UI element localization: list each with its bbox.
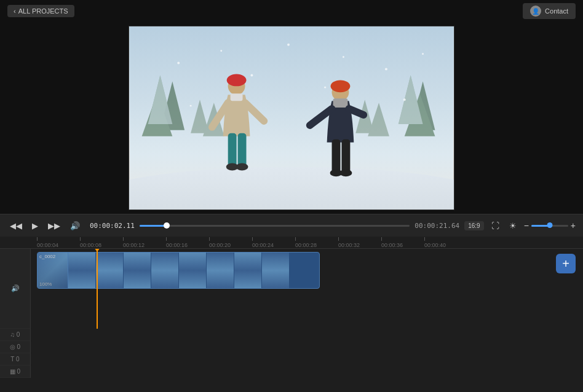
zoom-control: − + <box>524 221 576 230</box>
current-time: 00:00:02.11 <box>90 222 135 230</box>
clip-percent: 100% <box>39 281 52 287</box>
playhead[interactable] <box>97 249 98 329</box>
fullscreen-button[interactable]: ⛶ <box>489 220 502 232</box>
ruler-mark-4: 00:00:16 <box>166 237 209 248</box>
contact-avatar: 👤 <box>530 6 541 17</box>
svg-rect-20 <box>238 133 247 167</box>
contact-label: Contact <box>545 7 568 15</box>
thumb-3 <box>124 253 151 288</box>
svg-point-39 <box>324 87 326 88</box>
svg-point-32 <box>177 62 180 65</box>
chevron-left-icon: ‹ <box>14 7 16 15</box>
track-labels: 🔊 <box>0 249 31 329</box>
svg-point-33 <box>220 50 222 52</box>
skip-to-start-button[interactable]: ◀◀ <box>7 220 25 232</box>
svg-point-34 <box>250 74 253 76</box>
svg-point-37 <box>422 53 424 55</box>
contact-button[interactable]: 👤 Contact <box>523 3 576 19</box>
video-clip[interactable]: c_0002 100% <box>37 252 320 289</box>
add-track-button[interactable]: + <box>556 254 576 273</box>
preview-area <box>0 22 583 214</box>
track-area: c_0002 100% + <box>31 249 583 329</box>
text-track-label[interactable]: T 0 <box>0 353 30 366</box>
overlay-track-label[interactable]: ▦ 0 <box>0 366 30 378</box>
header: ‹ ALL PROJECTS 👤 Contact <box>0 0 583 22</box>
svg-point-22 <box>236 163 248 171</box>
sticker-icon: ◎ 0 <box>10 343 20 350</box>
text-icon: T 0 <box>10 356 19 363</box>
extra-track-labels: ♫ 0 ◎ 0 T 0 ▦ 0 <box>0 329 31 378</box>
speaker-icon: 🔊 <box>11 284 20 292</box>
transport-bar: ◀◀ ▶ ▶▶ 🔊 00:00:02.11 00:00:21.64 16:9 ⛶… <box>0 214 583 237</box>
video-frame <box>129 26 454 210</box>
preview-container <box>0 22 583 214</box>
zoom-in-button[interactable]: + <box>571 221 576 230</box>
svg-rect-29 <box>341 139 350 173</box>
video-scene <box>129 26 454 210</box>
ruler-mark-2: 00:00:08 <box>80 237 123 248</box>
timeline-tracks: 🔊 c_0002 100% <box>0 249 583 329</box>
thumb-1 <box>68 253 96 288</box>
brightness-button[interactable]: ☀ <box>507 220 519 232</box>
thumb-8 <box>262 253 290 288</box>
zoom-thumb <box>547 222 552 228</box>
volume-button[interactable]: 🔊 <box>68 220 82 232</box>
ruler-mark-9: 00:00:36 <box>381 237 424 248</box>
ruler-mark-1: 00:00:04 <box>37 237 80 248</box>
progress-thumb <box>164 222 170 229</box>
svg-point-41 <box>403 98 406 101</box>
track-label-video[interactable]: 🔊 <box>0 249 30 329</box>
thumb-6 <box>207 253 234 288</box>
svg-rect-25 <box>333 98 348 108</box>
zoom-bar[interactable] <box>531 225 568 227</box>
svg-point-1 <box>129 167 454 210</box>
progress-fill <box>140 225 167 227</box>
thumb-4 <box>151 253 179 288</box>
clip-label: c_0002 <box>39 254 55 259</box>
ruler-mark-5: 00:00:20 <box>209 237 252 248</box>
thumb-7 <box>234 253 262 288</box>
ruler-mark-6: 00:00:24 <box>252 237 295 248</box>
back-to-projects-button[interactable]: ‹ ALL PROJECTS <box>7 5 74 17</box>
music-track-label[interactable]: ♫ 0 <box>0 329 30 341</box>
svg-rect-16 <box>231 93 243 101</box>
sticker-track-label[interactable]: ◎ 0 <box>0 341 30 353</box>
svg-point-40 <box>190 105 192 107</box>
total-time: 00:00:21.64 <box>414 222 459 230</box>
extra-track-area <box>31 329 583 378</box>
timeline-ruler: 00:00:04 00:00:08 00:00:12 00:00:16 00:0… <box>0 237 583 249</box>
svg-point-31 <box>339 169 352 176</box>
ruler-mark-8: 00:00:32 <box>338 237 381 248</box>
thumb-2 <box>96 253 124 288</box>
svg-point-24 <box>331 80 351 92</box>
ruler-mark-3: 00:00:12 <box>123 237 166 248</box>
ruler-mark-7: 00:00:28 <box>295 237 338 248</box>
ruler-mark-10: 00:00:40 <box>424 237 467 248</box>
svg-rect-28 <box>332 139 341 173</box>
svg-point-15 <box>227 74 247 86</box>
play-button[interactable]: ▶ <box>30 220 41 232</box>
track-thumbnail-first: c_0002 100% <box>38 253 68 288</box>
svg-rect-19 <box>228 133 237 167</box>
extra-tracks: ♫ 0 ◎ 0 T 0 ▦ 0 <box>0 329 583 378</box>
timeline-section: ◀◀ ▶ ▶▶ 🔊 00:00:02.11 00:00:21.64 16:9 ⛶… <box>0 214 583 392</box>
ruler-marks: 00:00:04 00:00:08 00:00:12 00:00:16 00:0… <box>31 237 583 248</box>
svg-point-36 <box>385 68 387 71</box>
music-icon: ♫ 0 <box>10 331 20 338</box>
thumb-5 <box>179 253 207 288</box>
overlay-icon: ▦ 0 <box>10 368 20 375</box>
ratio-badge: 16:9 <box>464 221 483 230</box>
svg-point-38 <box>287 44 290 46</box>
back-label: ALL PROJECTS <box>18 7 68 15</box>
skip-to-end-button[interactable]: ▶▶ <box>46 220 63 232</box>
timeline-progress-bar[interactable] <box>140 225 410 227</box>
zoom-out-button[interactable]: − <box>524 221 529 230</box>
track-thumbnails-row <box>68 253 319 288</box>
svg-point-35 <box>343 56 344 58</box>
